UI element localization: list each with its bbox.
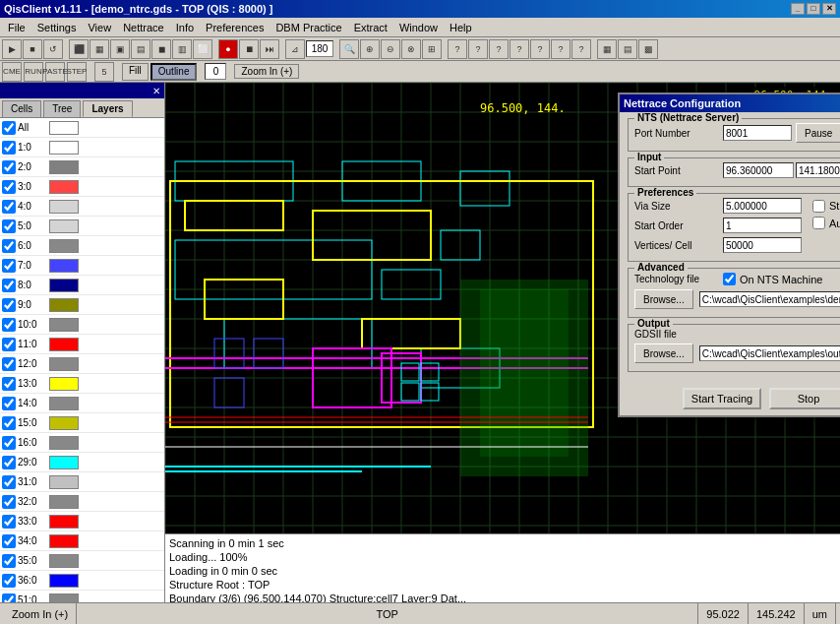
layer-checkbox[interactable]: [2, 259, 16, 273]
outline-button[interactable]: Outline: [150, 63, 198, 81]
list-item[interactable]: 9:0: [0, 295, 164, 315]
list-item[interactable]: 12:0: [0, 354, 164, 374]
y-input[interactable]: [796, 162, 840, 178]
menu-window[interactable]: Window: [393, 20, 444, 35]
canvas-area[interactable]: 96.500, 144. Scanning in 0 min 1 secLoad…: [165, 83, 840, 602]
fill-button[interactable]: Fill: [122, 63, 149, 81]
layer-checkbox[interactable]: [2, 357, 16, 371]
tb2-btn-3[interactable]: PASTE: [45, 62, 65, 82]
tb-btn-6[interactable]: ▣: [110, 39, 130, 59]
list-item[interactable]: 35:0: [0, 551, 164, 571]
list-item[interactable]: 3:0: [0, 177, 164, 197]
list-item[interactable]: 51:0: [0, 591, 164, 602]
tb-btn-5[interactable]: ▦: [90, 39, 109, 59]
tb-btn-d[interactable]: ?: [510, 39, 529, 59]
menu-preferences[interactable]: Preferences: [200, 20, 270, 35]
list-item[interactable]: 4:0: [0, 197, 164, 217]
list-item[interactable]: 13:0: [0, 374, 164, 394]
tb2-btn-5[interactable]: 5: [94, 62, 114, 82]
maximize-btn[interactable]: □: [807, 3, 820, 15]
tb2-btn-4[interactable]: STEP: [67, 62, 87, 82]
list-item[interactable]: 36:0: [0, 571, 164, 591]
gds-path-input[interactable]: [699, 345, 840, 361]
menu-nettrace[interactable]: Nettrace: [117, 20, 170, 35]
tb-btn-zoom4[interactable]: ⊗: [401, 39, 421, 59]
tb-btn-1[interactable]: ▶: [2, 39, 22, 59]
close-btn[interactable]: ✕: [822, 3, 836, 15]
menu-settings[interactable]: Settings: [31, 20, 83, 35]
list-item[interactable]: 6:0: [0, 236, 164, 256]
tb-btn-j[interactable]: ▩: [638, 39, 658, 59]
tb-btn-a[interactable]: ?: [448, 39, 467, 59]
on-nts-checkbox[interactable]: [723, 273, 736, 285]
list-item[interactable]: 11:0: [0, 335, 164, 354]
layer-checkbox[interactable]: [2, 279, 16, 292]
tb-btn-h[interactable]: ▦: [597, 39, 617, 59]
panel-close-btn[interactable]: ✕: [152, 86, 160, 96]
tb-btn-stop[interactable]: ⏹: [239, 39, 259, 59]
tb-btn-run[interactable]: ●: [218, 39, 238, 59]
list-item[interactable]: 16:0: [0, 433, 164, 453]
tb-btn-10[interactable]: ⬜: [193, 39, 212, 59]
layer-checkbox[interactable]: [2, 377, 16, 391]
tab-layers[interactable]: Layers: [83, 100, 132, 117]
tb-btn-7[interactable]: ▤: [131, 39, 150, 59]
tab-cells[interactable]: Cells: [2, 100, 41, 117]
layer-checkbox[interactable]: [2, 475, 16, 489]
list-item[interactable]: 5:0: [0, 217, 164, 236]
zoom-input[interactable]: [205, 63, 226, 80]
layer-checkbox[interactable]: [2, 593, 16, 603]
list-item[interactable]: 7:0: [0, 256, 164, 276]
layer-checkbox[interactable]: [2, 416, 16, 430]
layer-checkbox[interactable]: [2, 318, 16, 332]
tb-btn-9[interactable]: ▥: [172, 39, 192, 59]
layers-list[interactable]: All1:02:03:04:05:06:07:08:09:010:011:012…: [0, 118, 164, 602]
layer-checkbox[interactable]: [2, 515, 16, 529]
list-item[interactable]: 2:0: [0, 157, 164, 177]
layer-checkbox[interactable]: [2, 200, 16, 214]
layer-checkbox[interactable]: [2, 436, 16, 450]
list-item[interactable]: 31:0: [0, 472, 164, 492]
tb2-btn-2[interactable]: RUN: [24, 62, 43, 82]
tb-btn-b[interactable]: ?: [468, 39, 488, 59]
tb-btn-f[interactable]: ?: [551, 39, 570, 59]
stop-btn[interactable]: Stop: [769, 388, 840, 409]
x-input[interactable]: [723, 162, 794, 178]
vertices-input[interactable]: [723, 237, 802, 253]
layer-checkbox[interactable]: [2, 141, 16, 155]
menu-file[interactable]: File: [2, 20, 31, 35]
list-item[interactable]: 1:0: [0, 138, 164, 157]
tb-btn-4[interactable]: ⬛: [69, 39, 89, 59]
start-order-input[interactable]: [723, 218, 802, 233]
tb-btn-zoom3[interactable]: ⊖: [381, 39, 400, 59]
list-item[interactable]: All: [0, 118, 164, 138]
tb-value-input[interactable]: [306, 40, 333, 57]
tb-filter[interactable]: ⊿: [285, 39, 305, 59]
tb-btn-8[interactable]: ◼: [151, 39, 171, 59]
tb-btn-i[interactable]: ▤: [618, 39, 637, 59]
menu-help[interactable]: Help: [444, 20, 478, 35]
tb-btn-e[interactable]: ?: [530, 39, 550, 59]
list-item[interactable]: 14:0: [0, 394, 164, 413]
tb-btn-g[interactable]: ?: [571, 39, 591, 59]
tb-btn-c[interactable]: ?: [489, 39, 509, 59]
layer-checkbox[interactable]: [2, 160, 16, 174]
menu-dbm[interactable]: DBM Practice: [270, 20, 347, 35]
layer-checkbox[interactable]: [2, 180, 16, 194]
tb-btn-zoom2[interactable]: ⊕: [360, 39, 380, 59]
list-item[interactable]: 33:0: [0, 512, 164, 531]
port-input[interactable]: [723, 125, 792, 141]
layer-checkbox[interactable]: [2, 121, 16, 135]
menu-extract[interactable]: Extract: [348, 20, 393, 35]
tech-path-input[interactable]: [699, 291, 840, 307]
minimize-btn[interactable]: _: [791, 3, 805, 15]
menu-view[interactable]: View: [82, 20, 117, 35]
layer-checkbox[interactable]: [2, 397, 16, 410]
gds-browse-btn[interactable]: Browse...: [634, 343, 693, 363]
layer-checkbox[interactable]: [2, 239, 16, 253]
layer-checkbox[interactable]: [2, 495, 16, 509]
via-size-input[interactable]: [723, 198, 802, 214]
layer-checkbox[interactable]: [2, 574, 16, 588]
auto-hide-checkbox[interactable]: [812, 217, 825, 229]
tech-browse-btn[interactable]: Browse...: [634, 289, 693, 309]
